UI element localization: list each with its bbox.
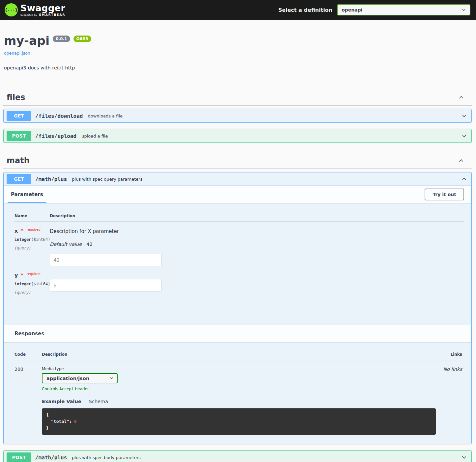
opblock-body: Parameters Try it out Name Description: [4, 186, 471, 444]
api-info: my-api 0.0.1 OAS3 openapi.json openapi3-…: [3, 20, 472, 70]
param-name: y: [14, 272, 18, 278]
param-type: integer($int64): [14, 282, 50, 286]
responses-table: Code Description Links 200 Media type ap…: [4, 342, 471, 444]
required-label: required: [27, 272, 41, 276]
param-default-label: Default value: [50, 242, 82, 247]
param-y-name-line: y * required: [14, 272, 50, 278]
required-star: *: [21, 272, 23, 278]
method-badge: GET: [7, 111, 31, 121]
param-format: ($int64): [31, 237, 50, 242]
param-name: x: [14, 228, 18, 234]
op-summary: plus with spec body parameters: [72, 455, 141, 460]
param-y-name-col: y * required integer($int64) (query): [14, 272, 50, 295]
accept-code: Accept: [59, 387, 73, 391]
tab-example-value[interactable]: Example Value: [42, 399, 81, 404]
param-location: (query): [14, 246, 50, 250]
column-header-name: Name: [14, 214, 50, 218]
opblock-summary-get-math-plus[interactable]: GET /math/plus plus with spec query para…: [4, 172, 471, 186]
media-type-select[interactable]: application/json: [42, 373, 118, 383]
param-x-input[interactable]: [50, 254, 162, 266]
section-files-header[interactable]: files: [3, 90, 472, 106]
oas3-badge: OAS3: [73, 36, 91, 42]
media-type-value: application/json: [46, 376, 89, 381]
required-label: required: [27, 228, 41, 231]
chevron-up-icon[interactable]: [458, 157, 464, 164]
responses-section-header: Responses: [4, 325, 471, 342]
param-x-desc-col: Description for X parameter Default valu…: [50, 228, 464, 266]
op-path: /files/download: [35, 113, 83, 119]
code-line: {: [46, 412, 432, 418]
opblock-summary-post-math-plus[interactable]: POST /math/plus plus with spec body para…: [4, 451, 471, 462]
param-x-name-line: x * required: [14, 228, 50, 234]
brand-text: Swagger Supported by SMARTBEAR: [20, 4, 65, 16]
column-header-description: Description: [42, 352, 436, 357]
api-title-text: my-api: [4, 35, 49, 47]
response-links: No links: [436, 367, 462, 435]
svg-text:{···}: {···}: [5, 8, 17, 13]
response-row-200: 200 Media type application/json: [14, 361, 462, 435]
response-description-cell: Media type application/json Controls: [42, 367, 436, 435]
brand-tagline: Supported by SMARTBEAR: [20, 13, 65, 16]
api-description: openapi3-docs with reitit-http: [4, 65, 471, 70]
param-row-y: y * required integer($int64) (query): [14, 266, 464, 295]
param-y-input[interactable]: [50, 279, 162, 292]
code-line: "total":0: [46, 418, 432, 425]
opblock-post-math-plus: POST /math/plus plus with spec body para…: [3, 450, 472, 462]
section-math-operations: GET /math/plus plus with spec query para…: [3, 169, 472, 462]
column-header-links: Links: [436, 352, 462, 357]
param-default-value: : 42: [83, 242, 93, 247]
accept-header-note: Controls Accept header.: [42, 387, 436, 391]
chevron-down-icon[interactable]: [461, 454, 467, 461]
chevron-up-icon[interactable]: [461, 176, 467, 182]
parameters-table: Name Description x * required: [4, 203, 471, 325]
op-path: /math/plus: [35, 176, 67, 182]
op-summary: plus with spec query parameters: [72, 177, 142, 182]
json-key: "total": [51, 419, 69, 424]
column-header-description: Description: [50, 214, 464, 218]
parameters-table-head: Name Description: [14, 208, 464, 222]
param-type: integer($int64): [14, 237, 50, 242]
param-format: ($int64): [31, 282, 50, 286]
required-star: *: [20, 228, 23, 234]
section-files-operations: GET /files/download downloads a file POS…: [3, 106, 472, 143]
definition-select-label: Select a definition: [278, 7, 332, 13]
column-header-code: Code: [14, 352, 42, 357]
op-summary: downloads a file: [88, 114, 123, 118]
param-row-x: x * required integer($int64) (query): [14, 222, 464, 266]
code-line: }: [46, 425, 432, 431]
tab-parameters[interactable]: Parameters: [8, 186, 46, 203]
chevron-down-icon[interactable]: [461, 133, 467, 139]
topbar: {···} Swagger Supported by SMARTBEAR Sel…: [0, 0, 476, 20]
opblock-summary-get-files-download[interactable]: GET /files/download downloads a file: [4, 109, 471, 122]
try-it-out-button[interactable]: Try it out: [425, 189, 464, 200]
media-type-label: Media type: [42, 367, 436, 371]
definition-select[interactable]: openapi: [337, 4, 470, 15]
tab-schema[interactable]: Schema: [89, 399, 108, 404]
opblock-post-files-upload: POST /files/upload upload a file: [3, 129, 472, 143]
spec-link[interactable]: openapi.json: [4, 51, 30, 56]
chevron-up-icon[interactable]: [458, 94, 464, 101]
responses-title: Responses: [4, 331, 44, 337]
section-math: math GET /math/plus plus with spec query…: [3, 153, 472, 462]
responses-table-head: Code Description Links: [14, 347, 462, 361]
page-title: my-api 0.0.1 OAS3: [4, 35, 471, 47]
param-location: (query): [14, 290, 50, 295]
response-code: 200: [14, 367, 42, 435]
param-x-name-col: x * required integer($int64) (query): [14, 228, 50, 266]
method-badge: POST: [7, 131, 31, 141]
parameters-section-header: Parameters Try it out: [4, 186, 471, 203]
opblock-summary-post-files-upload[interactable]: POST /files/upload upload a file: [4, 129, 471, 142]
model-example-tabs: Example Value Schema: [42, 399, 436, 404]
json-number: 0: [74, 419, 77, 424]
param-default: Default value : 42: [50, 242, 464, 247]
swagger-brand[interactable]: {···} Swagger Supported by SMARTBEAR: [5, 3, 65, 16]
param-description: Description for X parameter: [50, 228, 464, 234]
section-files-title: files: [7, 93, 25, 102]
section-math-header[interactable]: math: [3, 153, 472, 169]
chevron-down-icon[interactable]: [461, 113, 467, 119]
definition-select-value: openapi: [342, 7, 362, 13]
brand-tagline-prefix: Supported by: [20, 14, 37, 16]
opblock-get-math-plus: GET /math/plus plus with spec query para…: [3, 172, 472, 444]
method-badge: POST: [7, 452, 31, 462]
chevron-down-icon: [461, 7, 466, 13]
